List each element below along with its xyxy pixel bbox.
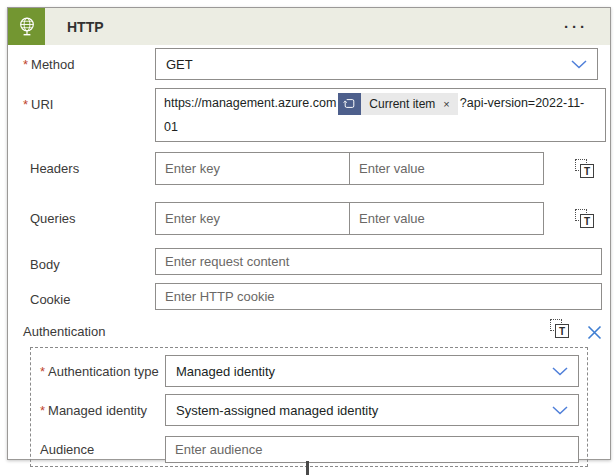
card-title: HTTP: [67, 19, 104, 35]
authentication-header-row: Authentication T: [15, 319, 605, 343]
uri-input[interactable]: https://management.azure.comCurrent item…: [155, 88, 606, 142]
method-dropdown[interactable]: GET: [155, 48, 598, 80]
text-mode-icon: T: [575, 159, 595, 179]
queries-key-input[interactable]: [155, 202, 350, 235]
headers-row: Headers T: [15, 152, 598, 185]
chevron-down-icon: [552, 367, 568, 376]
method-value: GET: [166, 57, 193, 72]
queries-text-mode-button[interactable]: T: [575, 202, 595, 233]
managed-identity-label-text: Managed identity: [48, 403, 147, 418]
required-marker: *: [40, 403, 45, 418]
card-header[interactable]: HTTP ···: [8, 8, 610, 45]
cookie-input[interactable]: [155, 283, 602, 310]
uri-label-text: URI: [31, 97, 53, 112]
headers-value-input[interactable]: [349, 152, 544, 185]
cookie-row: Cookie: [15, 283, 602, 310]
cookie-label: Cookie: [15, 283, 155, 307]
uri-text-before: https://management.azure.com: [164, 96, 336, 110]
chevron-down-icon: [571, 60, 587, 69]
required-marker: *: [40, 364, 45, 379]
designer-canvas: HTTP ··· *Method GET *URI: [0, 0, 615, 475]
managed-identity-value: System-assigned managed identity: [176, 403, 378, 418]
headers-text-mode-button[interactable]: T: [575, 152, 595, 183]
token-label: Current item: [369, 92, 435, 116]
required-marker: *: [23, 97, 28, 112]
managed-identity-dropdown[interactable]: System-assigned managed identity: [165, 394, 579, 426]
ellipsis-menu-button[interactable]: ···: [564, 19, 588, 34]
text-mode-icon: T: [550, 319, 570, 339]
queries-label: Queries: [15, 202, 155, 226]
body-row: Body: [15, 248, 602, 275]
token-remove-button[interactable]: ×: [443, 92, 449, 116]
uri-label: *URI: [15, 88, 155, 112]
headers-label: Headers: [15, 152, 155, 176]
headers-key-value-pair: [155, 152, 544, 185]
managed-identity-row: *Managed identity System-assigned manage…: [40, 394, 579, 426]
http-connector-globe-icon: [8, 8, 45, 45]
text-mode-icon-glyph: T: [580, 214, 594, 228]
authentication-type-dropdown[interactable]: Managed identity: [165, 355, 579, 387]
method-row: *Method GET: [15, 48, 598, 80]
loop-icon: [338, 93, 361, 115]
authentication-label: Authentication: [15, 324, 105, 339]
audience-input[interactable]: [165, 436, 579, 463]
text-mode-icon-glyph: T: [555, 324, 569, 338]
queries-value-input[interactable]: [349, 202, 544, 235]
text-mode-icon: T: [575, 209, 595, 229]
queries-row: Queries T: [15, 202, 598, 235]
uri-row: *URI https://management.azure.comCurrent…: [15, 88, 606, 142]
authentication-type-label: *Authentication type: [40, 355, 165, 379]
http-action-card: HTTP ··· *Method GET *URI: [7, 7, 611, 460]
headers-key-input[interactable]: [155, 152, 350, 185]
method-label: *Method: [15, 48, 155, 72]
method-label-text: Method: [31, 57, 74, 72]
audience-label: Audience: [40, 433, 165, 457]
queries-key-value-pair: [155, 202, 544, 235]
managed-identity-label: *Managed identity: [40, 394, 165, 418]
authentication-type-label-text: Authentication type: [48, 364, 159, 379]
chevron-down-icon: [552, 406, 568, 415]
body-input[interactable]: [155, 248, 602, 275]
authentication-section: *Authentication type Managed identity *M…: [30, 347, 588, 467]
authentication-type-row: *Authentication type Managed identity: [40, 355, 579, 387]
token-chip-body: Current item×: [361, 93, 457, 115]
authentication-type-value: Managed identity: [176, 364, 275, 379]
connector-line: [306, 461, 309, 475]
close-icon: [587, 325, 602, 340]
authentication-close-button[interactable]: [587, 323, 602, 340]
current-item-token[interactable]: Current item×: [338, 93, 457, 115]
body-label: Body: [15, 248, 155, 272]
authentication-text-mode-button[interactable]: T: [550, 319, 570, 343]
required-marker: *: [23, 57, 28, 72]
audience-row: Audience: [40, 433, 579, 463]
card-body: *Method GET *URI https://management.azur…: [8, 48, 610, 467]
text-mode-icon-glyph: T: [580, 164, 594, 178]
